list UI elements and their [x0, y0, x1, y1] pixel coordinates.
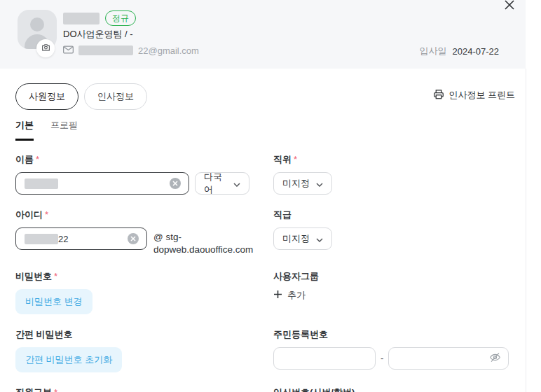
field-simple-password: 간편 비밀번호 간편 비밀번호 초기화 [15, 328, 258, 372]
chevron-down-icon [316, 234, 323, 244]
change-password-button[interactable]: 비밀번호 변경 [15, 289, 93, 314]
field-id-number: 인식번호(사번/학번) [273, 386, 509, 392]
main-tabs: 사원정보 인사정보 [15, 83, 147, 110]
id-number-label: 인식번호(사번/학번) [273, 386, 509, 392]
simple-password-label: 간편 비밀번호 [15, 328, 258, 341]
name-input[interactable] [15, 172, 189, 195]
rrn-back-field[interactable] [397, 354, 489, 364]
rank-select[interactable]: 미지정 [273, 227, 332, 250]
name-value-redacted [25, 178, 58, 189]
employee-detail-modal: 정규 DO사업운영팀 / - 22@gmail.com 입사일 2024-07-… [0, 0, 541, 392]
print-label: 인사정보 프린트 [448, 89, 515, 102]
required-mark: * [54, 387, 57, 392]
rrn-label: 주민등록번호 [273, 328, 509, 341]
position-select[interactable]: 미지정 [273, 172, 332, 195]
id-domain-text: @ stg-dopweb.daouoffice.com [153, 227, 252, 256]
avatar-silhouette [30, 18, 44, 31]
password-label: 비밀번호 [15, 271, 52, 281]
panel-right-border [526, 69, 526, 392]
name-language-select[interactable]: 다국어 [195, 172, 249, 195]
id-value-suffix: 22 [58, 234, 68, 244]
id-input[interactable]: 22 [15, 227, 147, 250]
field-id: 아이디* 22 @ stg-dopweb.daouoffice.com [15, 209, 258, 256]
print-hr-info-button[interactable]: 인사정보 프린트 [433, 89, 515, 102]
join-date: 입사일 2024-07-22 [420, 45, 500, 57]
profile-header: 정규 DO사업운영팀 / - 22@gmail.com 입사일 2024-07-… [0, 0, 526, 69]
subtab-basic[interactable]: 기본 [15, 119, 34, 141]
field-password: 비밀번호* 비밀번호 변경 [15, 270, 258, 314]
required-mark: * [45, 209, 48, 220]
clear-id-button[interactable] [127, 232, 139, 245]
field-rrn: 주민등록번호 - [273, 328, 509, 372]
camera-icon [41, 43, 50, 54]
employee-name-redacted [63, 13, 100, 24]
email-redacted [78, 46, 133, 55]
printer-icon [433, 89, 444, 102]
required-mark: * [294, 154, 297, 164]
team-and-position: DO사업운영팀 / - [63, 28, 133, 41]
basic-info-form: 이름* 다국어 직위* [15, 153, 509, 392]
subtab-profile[interactable]: 프로필 [50, 119, 78, 141]
change-photo-button[interactable] [36, 39, 55, 57]
email-suffix: 22@gmail.com [138, 46, 199, 56]
field-rank: 직급 미지정 [273, 209, 509, 256]
chevron-down-icon [316, 178, 323, 189]
rrn-back-input[interactable] [388, 347, 509, 370]
tab-employee-info[interactable]: 사원정보 [15, 83, 78, 110]
mail-icon [63, 44, 74, 57]
status-badge: 정규 [105, 10, 136, 26]
position-label: 직위 [273, 154, 292, 164]
required-mark: * [54, 271, 57, 281]
required-mark: * [36, 154, 39, 164]
close-button[interactable] [500, 0, 519, 15]
rrn-front-field[interactable] [282, 354, 368, 364]
rrn-front-input[interactable] [273, 347, 376, 370]
rrn-separator: - [381, 353, 383, 363]
add-user-group-button[interactable]: 추가 [273, 289, 306, 302]
id-label: 아이디 [15, 209, 43, 220]
field-position: 직위* 미지정 [273, 153, 509, 195]
field-user-group: 사용자그룹 추가 [273, 270, 509, 314]
sub-tabs: 기본 프로필 [15, 119, 78, 141]
user-group-label: 사용자그룹 [273, 270, 509, 283]
eye-off-icon [489, 352, 501, 365]
clear-name-button[interactable] [169, 177, 182, 190]
reset-simple-password-button[interactable]: 간편 비밀번호 초기화 [15, 347, 122, 372]
plus-icon [273, 290, 282, 301]
tab-hr-info[interactable]: 인사정보 [84, 83, 147, 110]
chevron-down-icon [233, 178, 240, 189]
employee-type-label: 직원구분 [15, 387, 52, 392]
rank-label: 직급 [273, 209, 509, 221]
join-date-label: 입사일 [420, 45, 447, 57]
field-name: 이름* 다국어 [15, 153, 258, 195]
field-employee-type: 직원구분* 정규 [15, 386, 258, 392]
join-date-value: 2024-07-22 [453, 46, 500, 57]
name-label: 이름 [15, 154, 34, 164]
toggle-rrn-visibility-button[interactable] [489, 352, 501, 365]
id-value-redacted [25, 234, 58, 244]
close-icon [503, 0, 516, 13]
